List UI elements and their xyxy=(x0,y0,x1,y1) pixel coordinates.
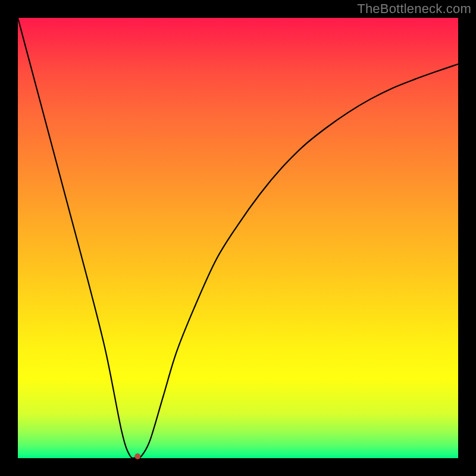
chart-frame: TheBottleneck.com xyxy=(0,0,476,476)
curve-svg xyxy=(18,18,458,458)
minimum-marker xyxy=(134,453,140,459)
plot-area xyxy=(18,18,458,458)
watermark-text: TheBottleneck.com xyxy=(357,1,471,17)
bottleneck-curve xyxy=(18,18,458,458)
